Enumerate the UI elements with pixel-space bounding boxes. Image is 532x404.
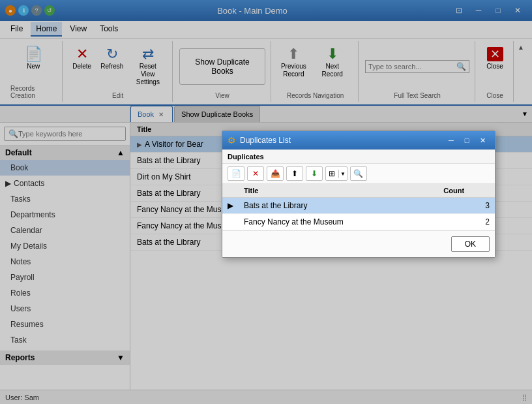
- tab-dropdown-arrow[interactable]: ▼: [518, 106, 532, 122]
- search-label: Full Text Search: [394, 91, 441, 99]
- status-resize-icon: ⣿: [522, 394, 527, 401]
- tab-book-label: Book: [138, 110, 154, 118]
- close-ribbon-button[interactable]: ✕ Close: [482, 44, 508, 74]
- navigation-label: Records Navigation: [287, 91, 344, 99]
- modal-minimize-button[interactable]: ─: [444, 134, 458, 146]
- modal-toolbar: 📄 ✕ 📤 ⬆ ⬇ ⊞ ▼ 🔍: [222, 164, 495, 184]
- view-label: View: [215, 91, 229, 99]
- modal-up-button[interactable]: ⬆: [286, 166, 303, 181]
- sidebar-item-roles[interactable]: Roles: [0, 285, 130, 301]
- refresh-button[interactable]: ↻ Refresh: [98, 44, 126, 74]
- modal-col-count: Count: [438, 184, 495, 198]
- window-maximize-alt-button[interactable]: ⊡: [450, 3, 468, 18]
- modal-col-arrow: [222, 184, 239, 198]
- sidebar-search-box[interactable]: 🔍: [4, 127, 126, 141]
- reset-view-label: Reset View Settings: [134, 63, 162, 86]
- title-bar-left: ● ℹ ? ↺: [5, 5, 55, 16]
- modal-close-button[interactable]: ✕: [475, 134, 490, 146]
- row-title: Dirt on My Shirt: [137, 172, 191, 181]
- tab-book[interactable]: Book ✕: [130, 106, 173, 122]
- modal-ok-button[interactable]: OK: [451, 236, 490, 252]
- full-text-search-input[interactable]: [368, 63, 456, 70]
- close-ribbon-icon: ✕: [487, 47, 503, 61]
- ribbon-group-view: Show Duplicate Books View: [174, 41, 272, 102]
- app-icon-orange: ●: [5, 5, 16, 16]
- ribbon-collapse-button[interactable]: ▲: [515, 41, 527, 102]
- sidebar-reports-section[interactable]: Reports ▼: [0, 350, 130, 365]
- menu-file[interactable]: File: [5, 22, 28, 37]
- delete-button[interactable]: ✕ Delete: [69, 44, 95, 74]
- sidebar-item-calendar[interactable]: Calendar: [0, 223, 130, 238]
- sidebar-item-departments[interactable]: Departments: [0, 207, 130, 223]
- sidebar-item-contacts[interactable]: ▶ Contacts: [0, 176, 130, 191]
- menu-tools[interactable]: Tools: [95, 22, 123, 37]
- sidebar-default-section[interactable]: Default ▲: [0, 146, 130, 160]
- edit-label: Edit: [112, 91, 123, 99]
- sidebar-item-tasks[interactable]: Tasks: [0, 191, 130, 207]
- sidebar-item-task[interactable]: Task: [0, 332, 130, 348]
- modal-down-button[interactable]: ⬇: [306, 166, 323, 181]
- ribbon-group-search: 🔍 Full Text Search: [360, 41, 475, 102]
- title-bar-icons: ● ℹ ? ↺: [5, 5, 55, 16]
- tab-sidebar-spacer: [0, 106, 130, 122]
- reset-view-button[interactable]: ⇄ Reset View Settings: [129, 44, 167, 89]
- modal-preview-button[interactable]: 🔍: [350, 166, 367, 181]
- ribbon-edit-buttons: ✕ Delete ↻ Refresh ⇄ Reset View Settings: [69, 44, 167, 89]
- duplicates-modal: ⚙ Duplicates List ─ □ ✕ Duplicates 📄 ✕ 📤…: [222, 131, 495, 258]
- modal-title-text: Duplicates List: [240, 136, 440, 145]
- sidebar-item-my-details[interactable]: My Details: [0, 238, 130, 254]
- sidebar-default-label: Default: [5, 148, 32, 157]
- sidebar-item-users[interactable]: Users: [0, 301, 130, 317]
- sidebar-item-notes[interactable]: Notes: [0, 254, 130, 270]
- new-button[interactable]: 📄 New: [20, 44, 47, 74]
- sidebar-reports-collapse-icon: ▼: [117, 353, 125, 362]
- tab-show-duplicate[interactable]: Show Duplicate Books: [174, 106, 260, 122]
- modal-table-row[interactable]: Fancy Nancy at the Museum 2: [222, 214, 495, 230]
- show-duplicate-books-ribbon-label: Show Duplicate Books: [188, 57, 258, 76]
- modal-maximize-button[interactable]: □: [460, 134, 474, 146]
- window-minimize-button[interactable]: ─: [469, 3, 488, 18]
- prev-record-icon: ⬆: [288, 47, 299, 61]
- ribbon-view-buttons: Show Duplicate Books: [179, 44, 266, 89]
- show-duplicate-books-ribbon-button[interactable]: Show Duplicate Books: [179, 48, 266, 85]
- modal-new-button[interactable]: 📄: [228, 166, 244, 181]
- next-record-icon: ⬇: [327, 47, 338, 61]
- ribbon-group-close: ✕ Close Close: [477, 41, 514, 102]
- full-text-search-box[interactable]: 🔍: [365, 60, 469, 73]
- ribbon-close-buttons: ✕ Close: [482, 44, 508, 89]
- reset-view-icon: ⇄: [142, 47, 154, 61]
- sidebar-item-resumes[interactable]: Resumes: [0, 317, 130, 332]
- delete-label: Delete: [72, 63, 91, 70]
- tab-book-close-icon[interactable]: ✕: [156, 110, 166, 119]
- sidebar-tasks-label: Tasks: [10, 194, 31, 204]
- status-user: User: Sam: [5, 394, 39, 401]
- window-maximize-button[interactable]: □: [489, 3, 507, 18]
- modal-delete-button[interactable]: ✕: [247, 166, 264, 181]
- sidebar-item-book[interactable]: Book: [0, 160, 130, 176]
- next-record-button[interactable]: ⬇ Next Record: [312, 44, 353, 82]
- sidebar-task-label: Task: [10, 335, 27, 345]
- new-label: New: [27, 63, 40, 70]
- sidebar-item-payroll[interactable]: Payroll: [0, 270, 130, 285]
- prev-record-label: Previous Record: [281, 63, 306, 78]
- menu-view[interactable]: View: [65, 22, 92, 37]
- sidebar-scroll: Default ▲ Book ▶ Contacts Tasks Departme…: [0, 146, 130, 404]
- row-title: A Visitor for Bear: [145, 140, 203, 149]
- prev-record-button[interactable]: ⬆ Previous Record: [278, 44, 309, 82]
- menu-bar: File Home View Tools: [0, 21, 532, 39]
- modal-split-icon: ⊞: [326, 168, 338, 179]
- next-record-label: Next Record: [316, 63, 348, 78]
- modal-split-button[interactable]: ⊞ ▼: [325, 166, 347, 181]
- sidebar-roles-label: Roles: [10, 288, 31, 298]
- search-icon: 🔍: [456, 62, 466, 71]
- sidebar-search-input[interactable]: [18, 130, 121, 138]
- modal-split-dropdown-icon[interactable]: ▼: [338, 170, 347, 178]
- window-close-button[interactable]: ✕: [509, 3, 527, 18]
- modal-table-row[interactable]: ▶ Bats at the Library 3: [222, 198, 495, 214]
- app-title: Book - Main Demo: [55, 6, 450, 16]
- menu-home[interactable]: Home: [31, 22, 62, 37]
- modal-export-button[interactable]: 📤: [267, 166, 284, 181]
- close-ribbon-label: Close: [486, 63, 503, 70]
- modal-row-count: 3: [438, 198, 495, 214]
- sidebar-reports-label: Reports: [5, 353, 35, 362]
